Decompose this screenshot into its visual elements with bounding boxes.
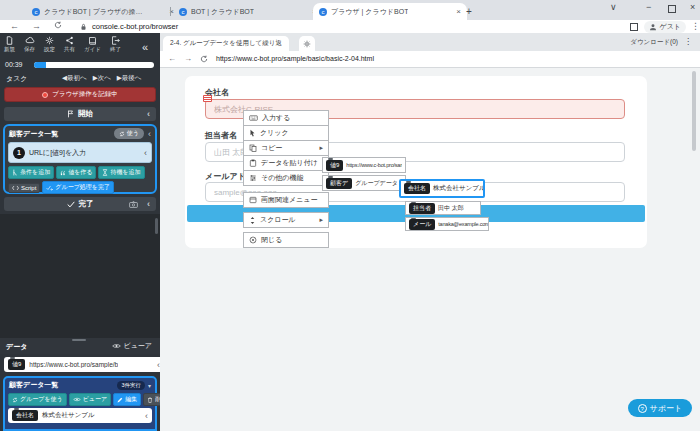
- guide-button[interactable]: ガイド: [84, 36, 101, 53]
- go-last-button[interactable]: ▶最後へ: [117, 74, 142, 83]
- bot-page-tab[interactable]: 2-4. グループデータを使用して繰り返: [163, 36, 289, 51]
- bot-browser-area: 2-4. グループデータを使用して繰り返 ダウンロード(0) ⋮ ← → htt…: [160, 33, 700, 431]
- pencil-icon: [117, 397, 123, 403]
- use-group-button[interactable]: グループを使う: [8, 393, 67, 406]
- profile-chip[interactable]: ゲスト: [644, 21, 687, 33]
- company-tag: 会社名: [404, 183, 430, 194]
- paste-value-row[interactable]: 値9 https://www.c-bot.pro/samp: [322, 157, 406, 173]
- group-email-row[interactable]: メール tanaka@example.com: [405, 217, 489, 231]
- bot-reload-icon[interactable]: [200, 55, 208, 63]
- group-company-row[interactable]: 会社名 株式会社サンプル: [399, 179, 485, 198]
- start-section-bar[interactable]: 開始 ‹: [4, 107, 156, 121]
- expand-caret-icon[interactable]: ▾: [148, 382, 151, 389]
- group-task-block: 顧客データ一覧 使う ‹ 1 URLに[値9]を入力 ‹ 条件を追加: [3, 124, 157, 194]
- window-chevron-icon[interactable]: ∨: [610, 2, 617, 12]
- collapse-section-icon[interactable]: ‹: [147, 109, 150, 119]
- bot-forward-icon[interactable]: →: [184, 54, 192, 63]
- code-icon: [12, 185, 19, 191]
- group-task-header[interactable]: 顧客データ一覧 使う ‹: [5, 126, 155, 141]
- collapse-sidebar-icon[interactable]: «: [142, 41, 148, 53]
- task-step-item[interactable]: 1 URLに[値9]を入力 ‹: [8, 142, 152, 163]
- lock-icon: [80, 23, 87, 31]
- support-button[interactable]: ? サポート: [628, 399, 692, 417]
- check-icon: [67, 201, 75, 208]
- add-wait-button[interactable]: 待機を追加: [98, 166, 144, 179]
- bot-back-icon[interactable]: ←: [168, 54, 176, 63]
- add-condition-button[interactable]: 条件を追加: [8, 166, 54, 179]
- reload-icon[interactable]: [54, 21, 62, 29]
- forward-icon[interactable]: →: [32, 21, 41, 31]
- question-icon: ?: [638, 404, 647, 413]
- progress-bar[interactable]: [34, 62, 154, 68]
- company-data-row[interactable]: 会社名 株式会社サンプル ‹: [8, 408, 152, 423]
- script-button[interactable]: Script: [8, 183, 40, 193]
- go-first-button[interactable]: ◀最初へ: [62, 74, 87, 83]
- drag-handle[interactable]: [72, 339, 86, 341]
- exit-button[interactable]: 終了: [110, 36, 121, 53]
- edit-button[interactable]: 編集: [113, 393, 141, 406]
- group-label: グループデータ: [355, 179, 398, 188]
- cloudbot-favicon: c: [319, 8, 327, 16]
- bot-settings-tab[interactable]: [299, 36, 315, 51]
- bot-url[interactable]: https://www.c-bot.pro/sample/basic/basic…: [216, 55, 374, 62]
- screenshot-camera-icon[interactable]: [129, 201, 138, 208]
- menu-item-other[interactable]: その他の機能: [243, 170, 329, 186]
- viewer-button[interactable]: ビューア: [112, 341, 153, 351]
- menu-item-paste-data[interactable]: データを貼り付け: [243, 155, 329, 171]
- sidebar-empty-area: [0, 214, 160, 338]
- screen: c クラウドBOT | ブラウザの操作を自動 × c BOT | クラウドBOT…: [0, 0, 700, 431]
- email-value: tanaka@example.com: [438, 221, 489, 227]
- browser-tab-1[interactable]: c クラウドBOT | ブラウザの操作を自動 ×: [26, 3, 180, 20]
- use-badge[interactable]: 使う: [114, 128, 144, 139]
- cursor-icon: [249, 129, 256, 137]
- tab-search-icon[interactable]: [630, 23, 638, 31]
- collapse-section-icon[interactable]: ‹: [148, 129, 151, 139]
- browser-tab-active[interactable]: c ブラウザ | クラウドBOT ×: [313, 3, 467, 20]
- window-minimize-icon[interactable]: −: [646, 2, 651, 12]
- eye-icon: [112, 343, 121, 349]
- menu-item-click[interactable]: クリック: [243, 125, 329, 141]
- submenu-arrow-icon: ▸: [319, 144, 323, 152]
- share-button[interactable]: 共有: [64, 36, 75, 53]
- go-next-button[interactable]: ▶次へ: [93, 74, 111, 83]
- value-tag: 値9: [326, 160, 343, 171]
- paste-groupdata-row[interactable]: 顧客デ グループデータ: [322, 175, 406, 191]
- back-icon[interactable]: ←: [10, 21, 19, 31]
- group-data-header[interactable]: 顧客データ一覧 3件実行 ▾: [5, 378, 155, 392]
- bot-menu-icon[interactable]: ⋮: [684, 37, 692, 46]
- menu-item-screen-menu[interactable]: 画面関連メニュー: [243, 192, 329, 208]
- menu-item-scroll[interactable]: スクロール ▸: [243, 212, 329, 228]
- page-scrollbar[interactable]: [692, 71, 696, 151]
- menu-item-close[interactable]: 閉じる: [243, 232, 329, 248]
- collapse-step-icon[interactable]: ‹: [144, 148, 147, 158]
- make-value-button[interactable]: 値を作る: [56, 166, 96, 179]
- group-person-row[interactable]: 担当者 田中 太郎: [405, 201, 481, 215]
- value-data-row[interactable]: 値9 https://www.c-bot.pro/sample/b ‹: [4, 357, 164, 372]
- person-field-label: 担当者名: [205, 130, 237, 141]
- collapse-section-icon[interactable]: ‹: [147, 199, 150, 209]
- gear-icon: [303, 40, 311, 48]
- recording-button[interactable]: ブラウザ操作を記録中: [4, 87, 156, 102]
- window-maximize-icon[interactable]: [668, 5, 676, 13]
- chrome-menu-icon[interactable]: ⋮: [691, 21, 700, 31]
- menu-item-copy[interactable]: コピー ▸: [243, 140, 329, 156]
- element-handle-icon[interactable]: [203, 95, 212, 102]
- window-close-icon[interactable]: ×: [690, 2, 695, 12]
- trash-icon: [147, 397, 153, 403]
- group-viewer-button[interactable]: ビューア: [69, 393, 111, 406]
- end-section-bar[interactable]: 完了 ‹: [4, 197, 156, 211]
- new-button[interactable]: 新規: [4, 36, 15, 53]
- new-tab-button[interactable]: +: [460, 3, 486, 20]
- menu-item-input[interactable]: 入力する: [243, 110, 329, 126]
- address-url[interactable]: console.c-bot.pro/browser: [92, 22, 178, 31]
- hourglass-icon: [102, 169, 108, 176]
- save-button[interactable]: 保存: [24, 36, 35, 53]
- settings-button[interactable]: 設定: [44, 36, 55, 53]
- collapse-row-icon[interactable]: ‹: [145, 411, 148, 421]
- downloads-label[interactable]: ダウンロード(0): [630, 38, 678, 47]
- finish-group-button[interactable]: グループ処理を完了: [42, 181, 114, 194]
- browser-tab-2[interactable]: c BOT | クラウドBOT ×: [173, 3, 323, 20]
- book-icon: [88, 36, 97, 45]
- value-url: https://www.c-bot.pro/samp: [346, 162, 402, 168]
- sidebar-scrollbar[interactable]: [155, 218, 158, 234]
